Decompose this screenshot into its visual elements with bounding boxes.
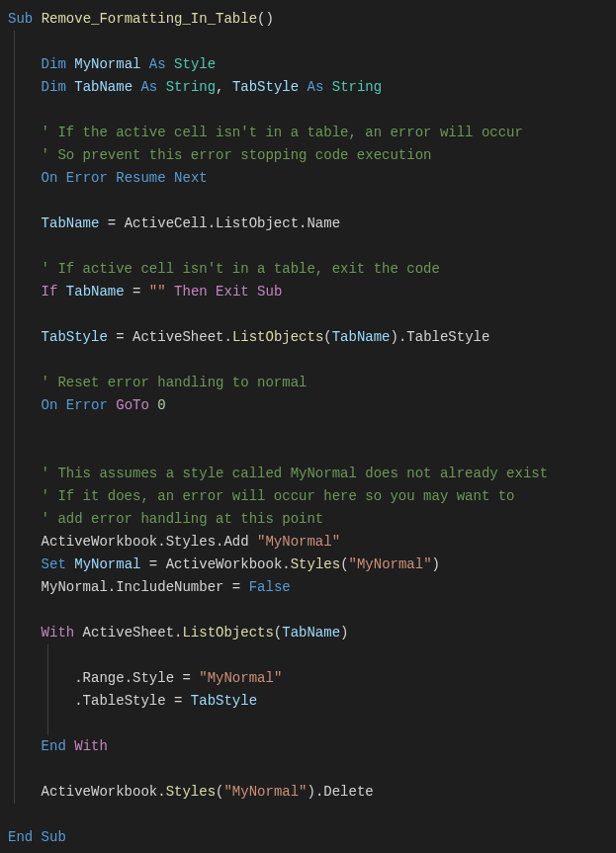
object-path: MyNormal.IncludeNumber: [42, 579, 224, 595]
paren-close: ): [432, 556, 440, 572]
keyword-sub: Sub: [8, 11, 33, 27]
sub-name: Remove_Formatting_In_Table: [42, 11, 257, 27]
variable: MyNormal: [74, 556, 140, 572]
code-line[interactable]: [8, 713, 616, 735]
code-line[interactable]: Dim TabName As String, TabStyle As Strin…: [8, 76, 616, 99]
keyword-next: Next: [174, 170, 208, 186]
code-line[interactable]: With ActiveSheet.ListObjects(TabName): [8, 622, 616, 644]
equals: =: [166, 693, 191, 709]
paren-close: ): [340, 625, 348, 640]
function: Styles: [166, 784, 216, 800]
variable: TabStyle: [232, 79, 299, 95]
method: .Delete: [315, 784, 374, 800]
keyword-on: On: [42, 397, 58, 413]
code-line[interactable]: .Range.Style = "MyNormal": [8, 667, 616, 690]
code-line[interactable]: ' This assumes a style called MyNormal d…: [8, 463, 616, 485]
function: ListObjects: [182, 625, 273, 640]
equals: =: [108, 329, 132, 345]
string: "MyNormal": [223, 784, 307, 800]
comma: ,: [216, 79, 232, 95]
variable: TabStyle: [42, 329, 108, 345]
equals: =: [140, 556, 165, 572]
variable: TabName: [332, 329, 391, 345]
paren-open: (: [274, 625, 282, 640]
code-line[interactable]: Dim MyNormal As Style: [8, 53, 616, 76]
code-line[interactable]: [8, 349, 616, 372]
code-line[interactable]: Sub Remove_Formatting_In_Table(): [8, 8, 616, 31]
code-line[interactable]: ActiveWorkbook.Styles("MyNormal").Delete: [8, 781, 616, 804]
code-line[interactable]: [8, 190, 616, 213]
keyword-false: False: [249, 579, 291, 595]
property: .Range.Style: [74, 670, 174, 686]
keyword-with: With: [74, 738, 108, 754]
keyword-dim: Dim: [42, 79, 66, 95]
code-editor[interactable]: Sub Remove_Formatting_In_Table() Dim MyN…: [0, 8, 616, 849]
variable: TabName: [74, 79, 132, 95]
indent-guide-2: [47, 644, 48, 735]
keyword-resume: Resume: [116, 170, 165, 186]
object-path: ActiveWorkbook.Styles.Add: [42, 534, 257, 550]
code-line[interactable]: End Sub: [8, 826, 616, 849]
code-line[interactable]: [8, 440, 616, 463]
code-line[interactable]: [8, 31, 616, 53]
code-line[interactable]: [8, 804, 616, 826]
code-line[interactable]: TabName = ActiveCell.ListObject.Name: [8, 213, 616, 235]
code-line[interactable]: ' add error handling at this point: [8, 508, 616, 531]
number: 0: [157, 397, 165, 413]
code-line[interactable]: ActiveWorkbook.Styles.Add "MyNormal": [8, 531, 616, 554]
code-line[interactable]: TabStyle = ActiveSheet.ListObjects(TabNa…: [8, 326, 616, 349]
code-line[interactable]: [8, 644, 616, 667]
comment: ' This assumes a style called MyNormal d…: [42, 466, 548, 481]
code-line[interactable]: [8, 417, 616, 440]
variable: TabName: [66, 284, 125, 299]
code-line[interactable]: ' If the active cell isn't in a table, a…: [8, 122, 616, 144]
string: "MyNormal": [199, 670, 282, 686]
property: .TableStyle: [74, 693, 165, 709]
function: Styles: [291, 556, 340, 572]
code-line[interactable]: On Error GoTo 0: [8, 394, 616, 417]
string: "": [149, 284, 166, 299]
paren-close: ): [307, 784, 314, 800]
keyword-with: With: [42, 625, 75, 640]
code-line[interactable]: [8, 303, 616, 326]
code-line[interactable]: [8, 758, 616, 781]
keyword-dim: Dim: [42, 56, 66, 72]
code-line[interactable]: Set MyNormal = ActiveWorkbook.Styles("My…: [8, 554, 616, 576]
code-line[interactable]: ' If active cell isn't in a table, exit …: [8, 258, 616, 281]
code-line[interactable]: On Error Resume Next: [8, 167, 616, 190]
property: .TableStyle: [398, 329, 489, 345]
equals: =: [174, 670, 199, 686]
code-line[interactable]: ' If it does, an error will occur here s…: [8, 485, 616, 508]
variable: TabName: [42, 215, 100, 231]
code-line[interactable]: .TableStyle = TabStyle: [8, 690, 616, 713]
comment: ' So prevent this error stopping code ex…: [42, 147, 432, 163]
variable: TabName: [282, 625, 340, 640]
parens: (): [257, 11, 274, 27]
code-line[interactable]: [8, 99, 616, 122]
keyword-then: Then: [174, 284, 208, 299]
function: ListObjects: [232, 329, 323, 345]
paren-open: (: [323, 329, 331, 345]
equals: =: [223, 579, 248, 595]
comment: ' add error handling at this point: [42, 511, 324, 527]
keyword-if: If: [42, 284, 58, 299]
equals: =: [99, 215, 124, 231]
type: String: [166, 79, 216, 95]
keyword-error: Error: [66, 397, 108, 413]
comment: ' If the active cell isn't in a table, a…: [42, 125, 523, 140]
object: ActiveSheet.: [132, 329, 232, 345]
keyword-end: End: [42, 738, 66, 754]
paren-close: ): [391, 329, 398, 345]
type: String: [332, 79, 382, 95]
code-line[interactable]: If TabName = "" Then Exit Sub: [8, 281, 616, 303]
code-line[interactable]: End With: [8, 735, 616, 758]
indent-guide-1: [14, 31, 15, 804]
keyword-set: Set: [42, 556, 66, 572]
code-line[interactable]: ' Reset error handling to normal: [8, 372, 616, 394]
code-line[interactable]: MyNormal.IncludeNumber = False: [8, 576, 616, 599]
comment: ' If it does, an error will occur here s…: [42, 488, 515, 504]
code-line[interactable]: ' So prevent this error stopping code ex…: [8, 144, 616, 167]
code-line[interactable]: [8, 235, 616, 258]
code-line[interactable]: [8, 599, 616, 622]
keyword-goto: GoTo: [116, 397, 149, 413]
